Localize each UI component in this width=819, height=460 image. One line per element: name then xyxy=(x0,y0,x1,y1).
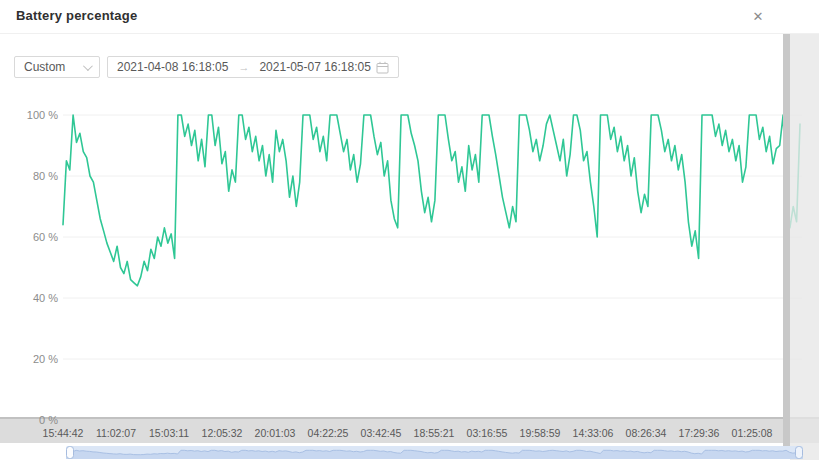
dialog-header: Battery percentage ✕ xyxy=(0,0,819,34)
end-date-value: 2021-05-07 16:18:05 xyxy=(259,60,370,74)
x-tick-label: 03:16:55 xyxy=(467,427,508,439)
calendar-icon[interactable] xyxy=(376,61,389,74)
x-tick-label: 19:58:59 xyxy=(520,427,561,439)
x-tick-label: 08:26:34 xyxy=(626,427,667,439)
y-tick-label: 100 % xyxy=(27,109,58,121)
close-button[interactable]: ✕ xyxy=(748,6,768,26)
y-tick-label: 40 % xyxy=(33,292,58,304)
y-tick-label: 80 % xyxy=(33,170,58,182)
y-tick-label: 0 % xyxy=(39,414,58,426)
x-tick-label: 12:05:32 xyxy=(202,427,243,439)
x-tick-label: 20:01:03 xyxy=(255,427,296,439)
x-tick-label: 03:42:45 xyxy=(361,427,402,439)
y-tick-label: 20 % xyxy=(33,353,58,365)
range-arrow-icon: → xyxy=(238,61,249,73)
datazoom-left-handle[interactable] xyxy=(67,447,74,459)
battery-series-line xyxy=(63,115,800,286)
range-preset-select[interactable]: Custom xyxy=(14,56,100,78)
datazoom-right-handle[interactable] xyxy=(796,447,803,459)
x-tick-label: 15:44:42 xyxy=(43,427,84,439)
x-tick-label: 15:03:11 xyxy=(149,427,189,439)
horizontal-datazoom-slider[interactable] xyxy=(66,446,803,459)
x-tick-label: 11:02:07 xyxy=(96,427,136,439)
x-tick-label: 14:33:06 xyxy=(573,427,614,439)
x-tick-label: 18:55:21 xyxy=(414,427,455,439)
chevron-down-icon xyxy=(83,61,93,71)
dialog-title: Battery percentage xyxy=(16,8,137,23)
range-preset-value: Custom xyxy=(24,60,65,74)
x-tick-label: 04:22:25 xyxy=(308,427,349,439)
close-icon: ✕ xyxy=(753,9,764,24)
start-date-value: 2021-04-08 16:18:05 xyxy=(117,60,228,74)
x-tick-label: 01:25:08 xyxy=(732,427,773,439)
time-range-controls: Custom 2021-04-08 16:18:05 → 2021-05-07 … xyxy=(0,48,819,88)
x-tick-label: 17:29:36 xyxy=(679,427,720,439)
date-range-picker[interactable]: 2021-04-08 16:18:05 → 2021-05-07 16:18:0… xyxy=(107,56,399,78)
y-tick-label: 60 % xyxy=(33,231,58,243)
